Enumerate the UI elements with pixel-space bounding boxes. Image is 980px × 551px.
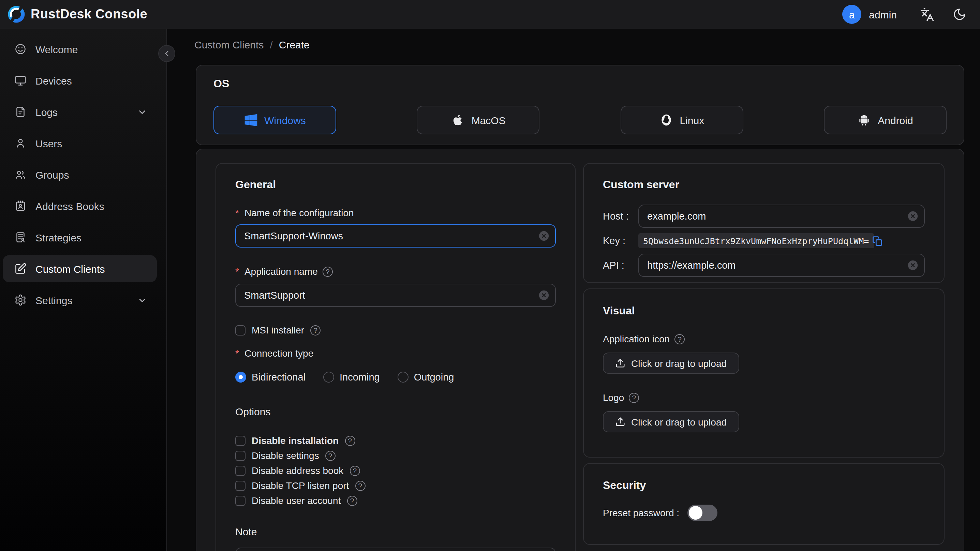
help-icon[interactable]: ? (629, 392, 639, 403)
checkbox[interactable] (235, 325, 245, 335)
copy-icon[interactable] (872, 236, 883, 246)
android-icon (857, 113, 871, 127)
checkbox[interactable] (235, 435, 245, 446)
help-icon[interactable]: ? (310, 325, 321, 335)
preset-password-toggle[interactable] (687, 505, 718, 521)
user-avatar[interactable]: a (842, 5, 861, 24)
sidebar-item-strategies[interactable]: Strategies (0, 224, 166, 254)
help-icon[interactable]: ? (350, 465, 360, 476)
apple-icon (451, 113, 465, 127)
breadcrumb-create: Create (279, 39, 310, 51)
top-header: RustDesk Console a admin (0, 0, 980, 29)
option-disable-tcp-listen-port[interactable]: Disable TCP listen port ? (235, 478, 556, 493)
radio-outgoing[interactable]: Outgoing (398, 372, 454, 382)
sidebar-item-address-books[interactable]: Address Books (0, 192, 166, 222)
sidebar-item-logs[interactable]: Logs (0, 98, 166, 128)
sidebar-collapse-button[interactable] (158, 45, 175, 62)
edit-icon (14, 263, 27, 275)
chevron-down-icon (137, 295, 147, 305)
sidebar-item-devices[interactable]: Devices (0, 67, 166, 97)
user-icon (14, 137, 27, 149)
os-button-macos[interactable]: MacOS (417, 106, 540, 134)
radio-icon[interactable] (323, 372, 334, 382)
help-icon[interactable]: ? (323, 266, 333, 277)
upload-icon (616, 358, 626, 368)
application-icon-label: Application icon ? (603, 332, 925, 346)
help-icon[interactable]: ? (325, 451, 336, 461)
logo-label: Logo ? (603, 391, 925, 404)
note-textarea[interactable] (235, 548, 556, 551)
clear-icon[interactable] (907, 210, 919, 222)
checkbox[interactable] (235, 495, 245, 506)
checkbox[interactable] (235, 465, 245, 476)
help-icon[interactable]: ? (347, 495, 357, 506)
sidebar-item-welcome[interactable]: Welcome (0, 35, 166, 65)
strategy-icon (14, 231, 27, 244)
radio-bidirectional[interactable]: Bidirectional (235, 372, 305, 382)
sidebar: Welcome Devices Logs Users Groups Addres… (0, 29, 167, 551)
config-name-input[interactable] (235, 225, 556, 248)
clear-icon[interactable] (538, 290, 550, 301)
username-label[interactable]: admin (869, 8, 897, 20)
os-section-title: OS (213, 78, 229, 90)
radio-icon[interactable] (398, 372, 409, 382)
options-title: Options (235, 405, 556, 419)
app-icon-upload-button[interactable]: Click or drag to upload (603, 353, 739, 374)
clear-icon[interactable] (538, 230, 550, 242)
option-disable-installation[interactable]: Disable installation ? (235, 433, 556, 448)
rustdesk-console-app: RustDesk Console a admin Welcome Devices (0, 0, 980, 551)
help-icon[interactable]: ? (675, 334, 685, 344)
sidebar-label: Strategies (35, 231, 81, 243)
required-marker: * (235, 206, 239, 220)
note-label: Note (235, 525, 556, 539)
checkbox[interactable] (235, 481, 245, 490)
host-label: Host : (603, 211, 638, 221)
host-input[interactable] (638, 205, 925, 228)
sidebar-item-settings[interactable]: Settings (0, 287, 166, 317)
monitor-icon (14, 74, 27, 87)
os-button-android[interactable]: Android (824, 106, 947, 134)
app-name-input[interactable] (235, 284, 556, 307)
checkbox[interactable] (235, 451, 245, 461)
api-input[interactable] (638, 254, 925, 277)
help-icon[interactable]: ? (345, 435, 355, 446)
rustdesk-logo-icon (7, 5, 26, 24)
connection-type-label: * Connection type (235, 346, 556, 360)
sidebar-label: Users (35, 137, 62, 149)
breadcrumb-separator: / (270, 39, 272, 51)
option-disable-settings[interactable]: Disable settings ? (235, 448, 556, 463)
file-text-icon (14, 106, 27, 118)
os-button-label: MacOS (472, 114, 506, 126)
os-button-windows[interactable]: Windows (213, 106, 336, 134)
linux-penguin-icon (659, 113, 673, 127)
users-icon (14, 169, 27, 181)
sidebar-item-users[interactable]: Users (0, 129, 166, 159)
help-icon[interactable]: ? (355, 481, 365, 490)
logo-upload-button[interactable]: Click or drag to upload (603, 411, 739, 432)
language-button[interactable] (920, 7, 934, 21)
smiley-icon (14, 43, 27, 55)
upload-icon (616, 417, 626, 427)
custom-server-card: Custom server Host : Key : 5Qbwsde3unUcJ… (583, 163, 945, 283)
toggle-knob (689, 506, 702, 520)
breadcrumb-custom-clients[interactable]: Custom Clients (194, 39, 264, 51)
os-button-linux[interactable]: Linux (620, 106, 743, 134)
app-title: RustDesk Console (31, 7, 147, 22)
os-button-label: Windows (264, 114, 306, 126)
os-button-label: Linux (679, 114, 704, 126)
sidebar-label: Groups (35, 169, 69, 180)
clear-icon[interactable] (907, 260, 919, 271)
option-disable-address-book[interactable]: Disable address book ? (235, 463, 556, 478)
msi-installer-checkbox-row[interactable]: MSI installer ? (235, 323, 556, 337)
chevron-left-icon (162, 49, 171, 58)
radio-incoming[interactable]: Incoming (323, 372, 380, 382)
os-button-label: Android (878, 114, 913, 126)
radio-icon[interactable] (235, 372, 246, 382)
sidebar-item-groups[interactable]: Groups (0, 161, 166, 191)
general-title: General (235, 179, 556, 191)
sidebar-label: Address Books (35, 200, 104, 212)
theme-toggle-button[interactable] (953, 8, 966, 21)
sidebar-item-custom-clients[interactable]: Custom Clients (0, 255, 166, 285)
option-disable-user-account[interactable]: Disable user account ? (235, 493, 556, 508)
translate-icon (920, 7, 934, 21)
